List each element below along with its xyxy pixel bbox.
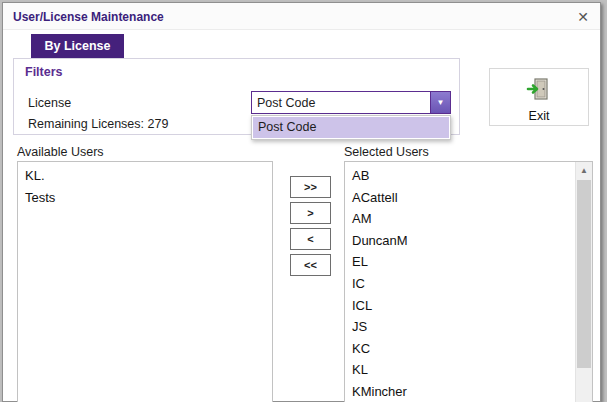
dropdown-option-post-code[interactable]: Post Code (253, 117, 449, 138)
move-all-left-button[interactable]: << (290, 254, 331, 276)
titlebar: User/License Maintenance ✕ (3, 3, 600, 30)
list-item[interactable]: DuncanM (345, 230, 592, 252)
user-license-maintenance-dialog: User/License Maintenance ✕ By License Fi… (2, 2, 601, 402)
available-users-listbox[interactable]: KL. Tests (17, 161, 273, 402)
list-item[interactable]: KL. (18, 165, 272, 187)
tab-by-license[interactable]: By License (31, 34, 124, 59)
list-item[interactable]: KL (345, 359, 592, 381)
exit-button[interactable]: Exit (489, 68, 589, 126)
scroll-up-icon[interactable]: ▲ (576, 162, 592, 179)
exit-button-label: Exit (490, 109, 588, 123)
selected-users-listbox[interactable]: AB ACattell AM DuncanM EL IC ICL JS KC K… (344, 161, 593, 402)
list-item[interactable]: EL (345, 251, 592, 273)
exit-door-icon (526, 76, 552, 106)
scrollbar-thumb[interactable] (577, 180, 591, 368)
filters-section-label: Filters (25, 65, 63, 79)
list-item[interactable]: KC (345, 338, 592, 360)
license-dropdown-value: Post Code (257, 96, 315, 110)
dialog-title: User/License Maintenance (13, 10, 164, 24)
move-right-button[interactable]: > (290, 202, 331, 224)
move-all-right-button[interactable]: >> (290, 176, 331, 198)
license-dropdown-list: Post Code (251, 115, 451, 140)
license-dropdown[interactable]: Post Code ▼ (251, 91, 451, 114)
close-icon[interactable]: ✕ (574, 8, 592, 26)
list-item[interactable]: ACattell (345, 187, 592, 209)
list-item[interactable]: AM (345, 208, 592, 230)
remaining-licenses-label: Remaining Licenses: 279 (28, 117, 168, 131)
selected-users-label: Selected Users (344, 145, 429, 159)
license-label: License (28, 96, 71, 110)
selected-users-list: AB ACattell AM DuncanM EL IC ICL JS KC K… (345, 162, 592, 402)
list-item[interactable]: ICL (345, 295, 592, 317)
list-item[interactable]: Tests (18, 187, 272, 209)
available-users-list: KL. Tests (18, 162, 272, 208)
chevron-down-icon[interactable]: ▼ (430, 92, 450, 113)
available-users-label: Available Users (17, 145, 104, 159)
list-item[interactable]: AB (345, 165, 592, 187)
move-left-button[interactable]: < (290, 228, 331, 250)
list-item[interactable]: KMincher (345, 381, 592, 402)
list-item[interactable]: IC (345, 273, 592, 295)
scrollbar[interactable]: ▲ (575, 162, 592, 402)
list-item[interactable]: JS (345, 316, 592, 338)
